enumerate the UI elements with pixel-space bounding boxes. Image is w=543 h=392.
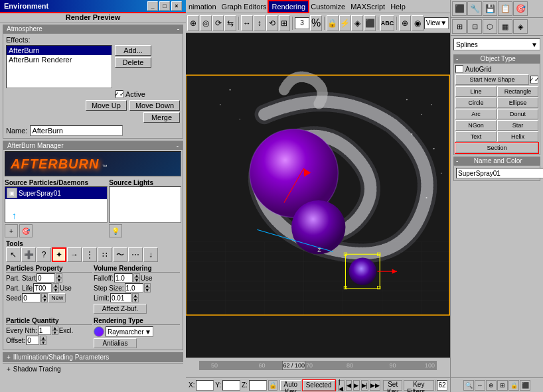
move-up-button[interactable]: Move Up: [86, 100, 127, 111]
tb-btn-13[interactable]: ⊕: [399, 15, 411, 31]
rp-nav-3[interactable]: ⊕: [486, 380, 497, 391]
play-prev[interactable]: ◀: [346, 380, 352, 391]
autogrid-checkbox[interactable]: [455, 65, 463, 73]
lights-icon[interactable]: 💡: [109, 224, 122, 237]
tool-add[interactable]: ➕: [21, 247, 36, 262]
circle-btn[interactable]: Circle: [455, 98, 497, 108]
env-maximize-btn[interactable]: □: [159, 1, 170, 11]
tool-wave[interactable]: 〜: [113, 247, 127, 262]
rp-nav-1[interactable]: 🔍: [463, 380, 474, 391]
antialias-button[interactable]: Antialias: [94, 338, 137, 348]
move-down-button[interactable]: Move Down: [129, 100, 180, 111]
part-life-down[interactable]: ▼: [52, 288, 59, 293]
rp-nav-4[interactable]: ⊞: [497, 380, 508, 391]
arc-btn[interactable]: Arc: [455, 109, 497, 119]
part-life-up[interactable]: ▲: [52, 283, 59, 288]
name-input[interactable]: [30, 125, 123, 136]
tb-btn-12[interactable]: ⬛: [364, 15, 376, 31]
tb-btn-3[interactable]: ⟳: [212, 15, 224, 31]
stepsize-up[interactable]: ▲: [144, 283, 151, 288]
donut-btn[interactable]: Donut: [497, 109, 538, 119]
tb-abc[interactable]: ABC: [380, 15, 395, 31]
tb-btn-10[interactable]: ⚡: [339, 15, 351, 31]
selected-button[interactable]: Selected: [303, 380, 335, 391]
view-dropdown[interactable]: View ▼: [424, 17, 449, 29]
tool-highlight[interactable]: ✦: [52, 247, 66, 262]
y-input[interactable]: [222, 380, 240, 391]
lock-icon[interactable]: 🔒: [268, 380, 277, 391]
offset-down[interactable]: ▼: [40, 340, 46, 345]
tool-spray[interactable]: ⋮: [82, 247, 97, 262]
limit-down[interactable]: ▼: [132, 298, 139, 302]
source-particles-item[interactable]: ▣ SuperSpray01: [5, 187, 107, 199]
falloff-down[interactable]: ▼: [133, 278, 140, 283]
add-button[interactable]: Add...: [115, 45, 151, 56]
menu-help[interactable]: Help: [388, 1, 408, 12]
tool-pointer[interactable]: ↖: [6, 247, 21, 262]
play-next[interactable]: ▶|: [361, 380, 368, 391]
delete-button[interactable]: Delete: [115, 57, 151, 68]
timeline-track[interactable]: 50 60 70 80 90 100 62 / 100: [199, 361, 437, 370]
merge-button[interactable]: Merge: [143, 112, 180, 123]
rp-nav-2[interactable]: ↔: [475, 380, 485, 391]
tb-btn-2[interactable]: ◎: [200, 15, 212, 31]
part-start-input[interactable]: [37, 273, 55, 283]
atmosphere-minus[interactable]: -: [177, 25, 179, 33]
text-btn[interactable]: Text: [455, 131, 497, 142]
seed-down[interactable]: ▼: [41, 298, 48, 302]
tb-btn-4[interactable]: ⇆: [224, 15, 236, 31]
source-particles-list[interactable]: ▣ SuperSpray01 ↑: [5, 186, 108, 223]
stepsize-down[interactable]: ▼: [144, 288, 151, 293]
source-icon-pick[interactable]: 🎯: [19, 224, 33, 237]
illum-bar[interactable]: + Illumination/Shading Parameters: [3, 352, 183, 362]
play-last[interactable]: ▶▶: [370, 380, 380, 391]
menu-maxscript[interactable]: MAXScript: [348, 1, 388, 12]
limit-input[interactable]: [110, 293, 131, 302]
rp-icon-5[interactable]: 🎯: [513, 1, 528, 16]
rp-icon-r4[interactable]: ▦: [498, 19, 512, 34]
tb-btn-14[interactable]: ◉: [412, 15, 424, 31]
part-life-input[interactable]: [33, 283, 52, 293]
play-first[interactable]: |◀: [338, 380, 344, 391]
play-btn[interactable]: ▶: [353, 380, 359, 391]
tool-question[interactable]: ?: [37, 247, 51, 262]
tb-btn-5[interactable]: ↔: [241, 15, 253, 31]
seed-up[interactable]: ▲: [41, 293, 48, 298]
source-lights-list[interactable]: [109, 186, 181, 223]
rp-icon-r3[interactable]: ⬡: [483, 19, 497, 34]
ngon-btn[interactable]: NGon: [455, 120, 497, 131]
splines-dropdown[interactable]: Splines ▼: [453, 38, 540, 50]
viewport-3d[interactable]: Z: [186, 33, 450, 358]
rp-icon-4[interactable]: 📋: [498, 1, 512, 16]
rp-icon-r2[interactable]: ⊡: [467, 19, 482, 34]
section-btn[interactable]: Section: [455, 143, 538, 153]
object-name-input[interactable]: [456, 168, 543, 178]
name-color-minus[interactable]: -: [456, 157, 458, 164]
falloff-input[interactable]: [114, 273, 133, 283]
afterburn-minus[interactable]: -: [177, 142, 179, 149]
tb-btn-1[interactable]: ⊕: [187, 15, 199, 31]
start-new-shape-btn[interactable]: Start New Shape: [455, 74, 529, 85]
offset-input[interactable]: [26, 336, 39, 345]
tool-dots[interactable]: ∷: [98, 247, 112, 262]
tb-btn-11[interactable]: ◈: [351, 15, 363, 31]
key-filters-button[interactable]: Key Filters...: [404, 380, 434, 391]
rp-icon-r5[interactable]: ◈: [513, 19, 528, 34]
star-btn[interactable]: Star: [497, 120, 538, 131]
part-start-up[interactable]: ▲: [56, 273, 62, 278]
rp-icon-2[interactable]: 🔧: [467, 1, 482, 16]
rectangle-btn[interactable]: Rectangle: [497, 86, 538, 97]
new-button[interactable]: New: [48, 293, 66, 302]
auto-key-button[interactable]: Auto Key: [280, 380, 301, 391]
menu-animation[interactable]: nimation: [186, 1, 219, 12]
rp-icon-3[interactable]: 💾: [483, 1, 497, 16]
affect-z-button[interactable]: Affect Z-buf.: [94, 304, 147, 314]
part-start-down[interactable]: ▼: [56, 278, 62, 283]
x-input[interactable]: [196, 380, 214, 391]
raymarcher-dropdown[interactable]: Raymarcher ▼: [106, 326, 153, 337]
tool-down[interactable]: ↓: [143, 247, 158, 262]
tb-btn-6[interactable]: ↕: [254, 15, 266, 31]
env-minimize-btn[interactable]: _: [147, 1, 158, 11]
stepsize-input[interactable]: [125, 283, 143, 293]
effects-item-afterburn[interactable]: AfterBurn: [7, 46, 112, 55]
